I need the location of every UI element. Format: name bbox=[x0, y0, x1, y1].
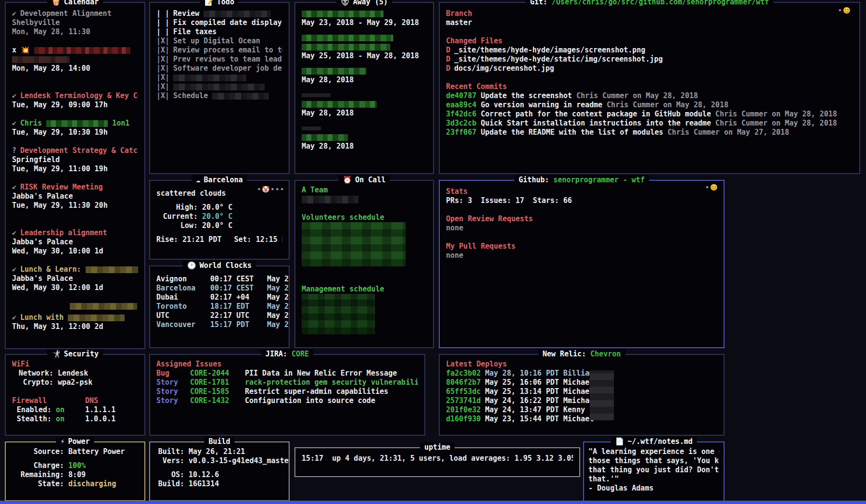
file-flag: D bbox=[446, 55, 450, 63]
redacted-text bbox=[302, 11, 383, 17]
build-os-value: 10.12.6 bbox=[189, 470, 282, 479]
deploy-hash: 201f0e32 bbox=[446, 405, 481, 414]
notes-line: those things that says, 'You know bbox=[588, 456, 719, 466]
todo-panel: 📝Todo | |Review | |Fix compiled date dis… bbox=[149, 2, 290, 174]
calendar-panel-title: 🍿Calendar bbox=[47, 0, 103, 7]
redacted-text bbox=[34, 47, 130, 54]
notes-line: - Douglas Adams bbox=[588, 484, 719, 493]
newrelic-panel-title: New Relic:Chevron bbox=[538, 349, 625, 359]
jira-issue-row: StoryCORE-1432Configuration into source … bbox=[156, 396, 418, 405]
github-repo: senorprogrammer - wtf bbox=[553, 176, 645, 184]
commit-row: 3f42dc6Correct path for the context pack… bbox=[446, 110, 853, 119]
clock-date: May 29 bbox=[267, 275, 289, 284]
clock-row: Toronto18:17 EDTMay 28 bbox=[156, 302, 282, 311]
redacted-text bbox=[302, 134, 348, 141]
notes-panel: 📄~/.wtf/notes.md "A learning experience … bbox=[583, 441, 725, 503]
calendar-event: ✔Chris 1on1 Tue, May 29, 10:30 19h bbox=[12, 119, 138, 137]
deploy-hash: 65ff53dc bbox=[446, 387, 481, 396]
todo-text: Software developer job desc bbox=[173, 64, 282, 73]
calendar-event: ✔RISK Review Meeting Jabba's Palace Tue,… bbox=[12, 183, 138, 210]
event-title-suffix: 1on1 bbox=[112, 119, 129, 127]
deploy-hash: 2573741d bbox=[446, 396, 481, 405]
deploy-hash: 8046f2b7 bbox=[446, 378, 481, 387]
crypto-label: Crypto: bbox=[12, 378, 53, 387]
panel-title-text: Build bbox=[208, 437, 230, 446]
panel-title-text: Security bbox=[64, 350, 99, 358]
github-open-reviews-label: Open Review Requests bbox=[446, 214, 717, 224]
deploy-row: fa2c3b02May 28, 10:16 PDT Billiam bbox=[446, 369, 717, 378]
clock-date: May 28 bbox=[267, 311, 289, 320]
event-date: Tue, May 29, 10:30 19h bbox=[12, 128, 138, 137]
todo-text: Prev reviews to team leads bbox=[173, 55, 282, 63]
calendar-panel: 🍿Calendar ✔Development Alignment Shelbyv… bbox=[5, 2, 145, 349]
weather-panel-title: ☁Barcelona bbox=[191, 175, 247, 185]
away-dates: May 28, 2018 bbox=[302, 76, 427, 85]
calendar-event: ✔Development Alignment Shelbyville Mon, … bbox=[12, 9, 138, 37]
window-edge-highlight bbox=[0, 501, 866, 504]
commit-message: Update the screenshot bbox=[481, 91, 572, 100]
clock-city: Barcelona bbox=[156, 284, 210, 293]
sunset-value: 12:15 PDT bbox=[256, 235, 282, 244]
issue-type: Story bbox=[156, 396, 186, 405]
power-panel: ⚡Power Source:Battery Power Charge:100% … bbox=[5, 441, 145, 501]
todo-checkbox: | | bbox=[156, 18, 169, 27]
jira-issue-row: StoryCORE-1781rack-protection gem securi… bbox=[156, 378, 418, 387]
event-status: ✔ bbox=[12, 265, 16, 274]
deploy-row: d160f930May 23, 15:44 PDT Michael bbox=[446, 415, 717, 424]
crypto-value: wpa2-psk bbox=[58, 378, 138, 387]
away-entry: May 28, 2018 bbox=[302, 124, 427, 151]
todo-item: |X|Schedule bbox=[156, 91, 282, 101]
commit-hash: eaa89c4 bbox=[446, 101, 476, 109]
event-title: Lunch with bbox=[20, 313, 64, 322]
newrelic-app: Chevron bbox=[590, 350, 621, 358]
deploy-info: May 25, 13:14 PDT Michael bbox=[485, 387, 594, 396]
commit-meta: Chris Cummer on May 28, 2018 bbox=[715, 119, 837, 127]
commit-message: Correct path for the context package in … bbox=[481, 110, 711, 118]
world-clocks-panel: 🕐World Clocks Avignon00:17 CESTMay 29 Ba… bbox=[149, 265, 290, 348]
event-date: Tue, May 29, 11:00 19h bbox=[12, 164, 138, 174]
alien-icon: 👽 bbox=[341, 0, 350, 6]
event-date: Mon, May 28, 14:00 bbox=[12, 64, 138, 73]
clock-city: Vancouver bbox=[156, 320, 210, 329]
redacted-text bbox=[302, 126, 321, 130]
issue-key: CORE-2044 bbox=[190, 369, 241, 378]
todo-item: | |Review bbox=[156, 9, 282, 18]
redacted-text bbox=[212, 93, 269, 100]
event-location: Shelbyville bbox=[12, 18, 138, 27]
firewall-enabled-value: on bbox=[56, 405, 85, 415]
away-entry: May 25, 2018 - May 28, 2018 bbox=[302, 33, 427, 61]
deploys-label: Latest Deploys bbox=[446, 360, 717, 369]
firewall-stealth-label: Stealth: bbox=[12, 415, 51, 424]
deploy-hash: d160f930 bbox=[446, 415, 481, 423]
calendar-event: ✔Lunch with Thu, May 31, 12:00 2d bbox=[12, 302, 138, 331]
deploy-info: May 24, 13:47 PDT Kenny bbox=[485, 405, 585, 414]
deploy-row: 2573741dMay 24, 16:22 PDT Mmichael bbox=[446, 396, 717, 405]
oncall-section-heading: Management schedule bbox=[302, 285, 427, 294]
todo-item: |X| bbox=[156, 82, 282, 91]
redacted-text bbox=[173, 75, 246, 81]
clock-time: 00:17 CEST bbox=[210, 284, 267, 293]
commit-message: Go version warning in readme bbox=[481, 101, 602, 109]
event-status: ✔ bbox=[12, 313, 16, 322]
power-state-value: discharging bbox=[68, 479, 138, 489]
dns-primary: 1.1.1.1 bbox=[85, 405, 138, 415]
clock-date: May 29 bbox=[267, 284, 289, 293]
commit-hash: 23ff067 bbox=[446, 128, 476, 137]
firewall-enabled-label: Enabled: bbox=[12, 405, 51, 415]
git-panel-title: Git:/Users/chris/go/src/github.com/senor… bbox=[526, 0, 774, 7]
event-date: Wed, May 30, 12:00 1d bbox=[12, 283, 138, 292]
redacted-text bbox=[68, 315, 125, 321]
away-entry: May 23, 2018 - May 29, 2018 bbox=[302, 9, 427, 27]
event-date: Thu, May 31, 12:00 2d bbox=[12, 322, 138, 331]
away-dates: May 23, 2018 - May 29, 2018 bbox=[302, 18, 427, 27]
git-branch-label: Branch bbox=[446, 9, 853, 18]
event-status: ✔ bbox=[12, 119, 16, 127]
weather-high-label: High: bbox=[156, 203, 198, 212]
panel-title-text: Github: bbox=[519, 176, 549, 184]
panel-title-text: ~/.wtf/notes.md bbox=[627, 437, 692, 446]
clock-time: 22:17 UTC bbox=[210, 311, 267, 320]
build-number-value: 16G1314 bbox=[189, 479, 282, 489]
github-stats-values: PRs: 3 Issues: 17 Stars: 66 bbox=[446, 196, 717, 205]
todo-panel-title: 📝Todo bbox=[200, 0, 239, 7]
sunrise-label: Rise: bbox=[156, 235, 178, 244]
